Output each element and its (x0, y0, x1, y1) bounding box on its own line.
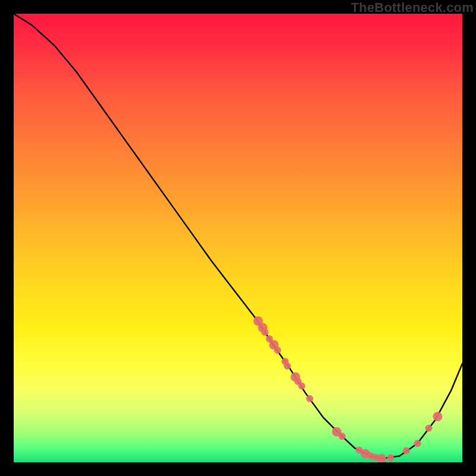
watermark-text: TheBottleneck.com (351, 0, 474, 15)
plot-area (14, 14, 462, 462)
scatter-point (339, 433, 346, 440)
chart-overlay-svg (14, 14, 462, 462)
scatter-point (387, 455, 394, 462)
scatter-point (298, 383, 305, 390)
scatter-point (274, 347, 281, 354)
chart-frame (14, 14, 462, 462)
scatter-point (414, 440, 421, 447)
scatter-point (306, 395, 314, 402)
scatter-point (433, 412, 443, 421)
scatter-point (403, 447, 410, 454)
scatter-points (253, 317, 443, 463)
scatter-point (377, 454, 386, 462)
scatter-point (425, 425, 433, 432)
scatter-point (261, 328, 268, 336)
bottleneck-curve (14, 14, 462, 459)
scatter-point (284, 362, 291, 369)
